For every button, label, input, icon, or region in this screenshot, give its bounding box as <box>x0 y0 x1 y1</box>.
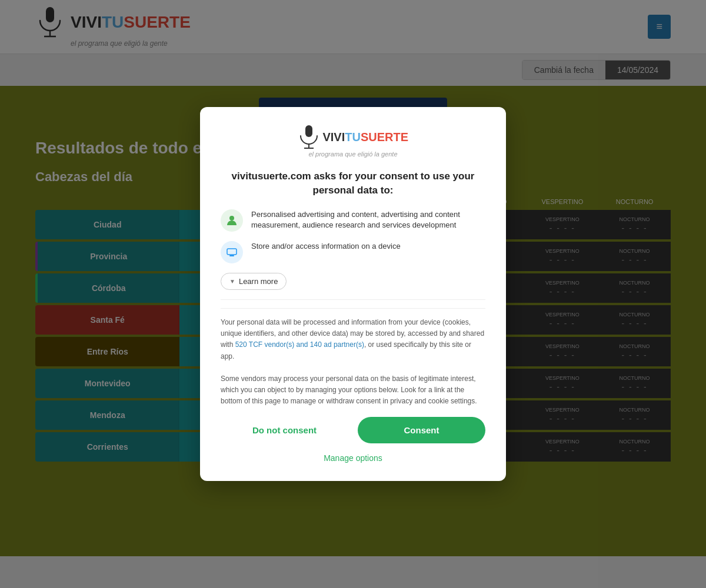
consent-text-device: Store and/or access information on a dev… <box>251 241 401 252</box>
modal-logo-vivi: VIVI <box>322 131 345 143</box>
vendor-link[interactable]: 520 TCF vendor(s) and 140 ad partner(s) <box>235 340 364 349</box>
consent-text-advertising: Personalised advertising and content, ad… <box>251 209 485 230</box>
modal-microphone-icon <box>298 125 320 149</box>
modal-logo-subtitle: el programa que eligió la gente <box>221 151 485 158</box>
modal-overlay: VIVITUSUERTE el programa que eligió la g… <box>0 0 706 588</box>
manage-options-link[interactable]: Manage options <box>324 453 382 463</box>
do-not-consent-button[interactable]: Do not consent <box>221 417 348 443</box>
chevron-down-icon: ▼ <box>229 278 235 285</box>
modal-logo-suerte: SUERTE <box>361 131 408 143</box>
svg-rect-8 <box>229 255 234 256</box>
modal-logo: VIVITUSUERTE el programa que eligió la g… <box>221 125 485 158</box>
device-icon <box>221 241 243 263</box>
info-text-2: Some vendors may process your personal d… <box>221 375 477 405</box>
consent-item-device: Store and/or access information on a dev… <box>221 241 485 263</box>
manage-options-area: Manage options <box>221 453 485 463</box>
learn-more-button[interactable]: ▼ Learn more <box>221 273 287 290</box>
learn-more-label: Learn more <box>239 277 278 286</box>
divider <box>221 299 485 300</box>
consent-item-advertising: Personalised advertising and content, ad… <box>221 209 485 232</box>
info-text: Your personal data will be processed and… <box>221 308 485 407</box>
person-icon <box>221 209 243 232</box>
svg-rect-3 <box>305 125 312 137</box>
modal-logo-tu: TU <box>345 131 361 143</box>
svg-point-6 <box>229 216 234 220</box>
svg-rect-7 <box>227 249 237 255</box>
modal-title: vivitusuerte.com asks for your consent t… <box>221 169 485 198</box>
consent-button[interactable]: Consent <box>358 417 485 443</box>
gdpr-modal: VIVITUSUERTE el programa que eligió la g… <box>200 107 506 480</box>
modal-buttons: Do not consent Consent <box>221 417 485 443</box>
